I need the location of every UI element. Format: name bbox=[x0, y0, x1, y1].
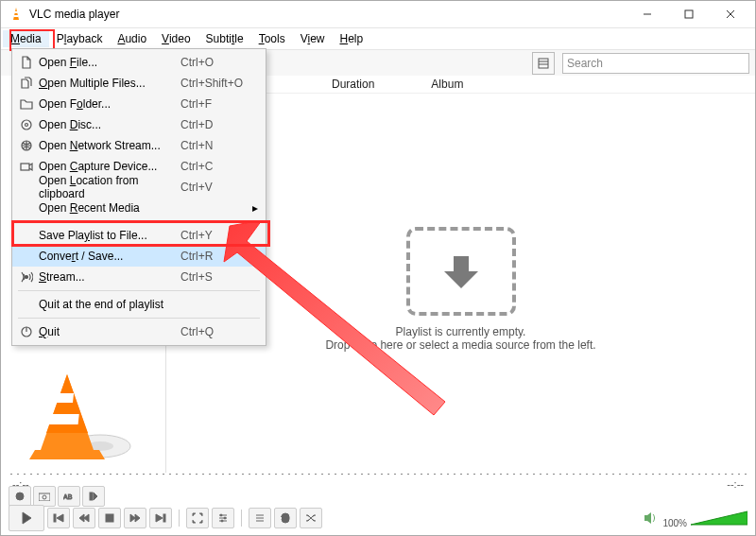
extended-settings-button[interactable] bbox=[212, 508, 234, 528]
menu-item-label: Open Multiple Files... bbox=[35, 77, 180, 90]
svg-marker-33 bbox=[57, 514, 63, 522]
menu-item-label: Open File... bbox=[35, 56, 180, 69]
vlc-logo-icon bbox=[9, 7, 24, 22]
svg-marker-0 bbox=[13, 8, 19, 20]
prev-track-button[interactable] bbox=[47, 508, 70, 528]
play-button[interactable] bbox=[9, 505, 44, 531]
svg-rect-2 bbox=[14, 15, 19, 17]
menu-item-shortcut: Ctrl+S bbox=[180, 270, 258, 284]
file-icon bbox=[18, 56, 35, 69]
menu-separator bbox=[18, 221, 260, 222]
volume-control[interactable]: 100% bbox=[644, 510, 747, 527]
svg-text:AB: AB bbox=[63, 493, 73, 500]
files-icon bbox=[18, 77, 35, 90]
menu-separator bbox=[18, 290, 260, 291]
svg-rect-4 bbox=[685, 10, 693, 18]
media-menu-item-15[interactable]: QuitCtrl+Q bbox=[12, 321, 266, 342]
playlist-toggle-button[interactable] bbox=[249, 508, 271, 528]
rewind-button[interactable] bbox=[73, 508, 95, 528]
search-input[interactable]: Search bbox=[562, 53, 749, 74]
fullscreen-button[interactable] bbox=[186, 508, 209, 528]
menu-help[interactable]: Help bbox=[332, 30, 370, 47]
quit-icon bbox=[18, 325, 35, 338]
close-button[interactable] bbox=[710, 1, 751, 27]
media-menu-item-11[interactable]: Stream...Ctrl+S bbox=[12, 267, 266, 287]
menu-item-label: Quit bbox=[35, 325, 180, 338]
menu-audio[interactable]: Audio bbox=[110, 30, 154, 47]
svg-rect-40 bbox=[163, 514, 165, 522]
network-icon bbox=[18, 139, 35, 152]
minimize-button[interactable] bbox=[627, 1, 668, 27]
svg-point-18 bbox=[26, 124, 28, 127]
menu-item-label: Open Disc... bbox=[35, 118, 180, 131]
menu-item-shortcut: Ctrl+D bbox=[180, 118, 258, 131]
menu-tools[interactable]: Tools bbox=[251, 30, 293, 47]
media-menu-item-2[interactable]: Open Folder...Ctrl+F bbox=[12, 94, 266, 114]
vlc-cone-artwork bbox=[29, 367, 143, 461]
svg-rect-1 bbox=[14, 11, 17, 13]
svg-point-46 bbox=[221, 520, 223, 522]
svg-point-21 bbox=[26, 276, 28, 279]
media-menu-item-1[interactable]: Open Multiple Files...Ctrl+Shift+O bbox=[12, 73, 266, 94]
menu-playback[interactable]: Playback bbox=[49, 30, 111, 47]
svg-marker-16 bbox=[29, 450, 105, 459]
media-menu-item-6[interactable]: Open Location from clipboardCtrl+V bbox=[12, 177, 266, 198]
secondary-controls: AB bbox=[9, 486, 105, 507]
menu-item-shortcut: Ctrl+F bbox=[180, 97, 258, 111]
menu-item-shortcut: Ctrl+C bbox=[180, 160, 258, 173]
disc-icon bbox=[18, 118, 35, 131]
separator bbox=[241, 510, 242, 527]
frame-step-button[interactable] bbox=[82, 486, 105, 507]
menu-item-label: Quit at the end of playlist bbox=[35, 298, 258, 311]
maximize-button[interactable] bbox=[668, 1, 710, 27]
svg-rect-36 bbox=[106, 514, 113, 522]
menu-item-shortcut: Ctrl+Shift+O bbox=[180, 77, 258, 90]
stop-button[interactable] bbox=[98, 508, 121, 528]
svg-point-45 bbox=[224, 517, 226, 519]
svg-rect-14 bbox=[54, 393, 74, 403]
menubar: Media Playback Audio Video Subtitle Tool… bbox=[1, 28, 755, 50]
view-mode-button[interactable] bbox=[532, 52, 555, 75]
svg-rect-26 bbox=[39, 493, 50, 501]
svg-marker-37 bbox=[130, 514, 135, 522]
record-button[interactable] bbox=[9, 486, 31, 507]
column-duration[interactable]: Duration bbox=[332, 78, 374, 91]
fast-forward-button[interactable] bbox=[124, 508, 146, 528]
menu-item-shortcut: Ctrl+V bbox=[180, 181, 258, 194]
svg-marker-31 bbox=[23, 512, 31, 524]
svg-point-17 bbox=[22, 120, 31, 130]
menu-item-label: Open Capture Device... bbox=[35, 160, 180, 173]
window-title: VLC media player bbox=[29, 8, 627, 21]
menu-media[interactable]: Media bbox=[3, 30, 49, 47]
column-album[interactable]: Album bbox=[431, 78, 463, 91]
media-menu-item-7[interactable]: Open Recent Media▸ bbox=[12, 198, 266, 218]
next-track-button[interactable] bbox=[149, 508, 172, 528]
media-menu-item-0[interactable]: Open File...Ctrl+O bbox=[12, 52, 266, 73]
menu-video[interactable]: Video bbox=[154, 30, 198, 47]
menu-item-label: Save Playlist to File... bbox=[35, 229, 180, 242]
submenu-arrow-icon: ▸ bbox=[252, 201, 258, 215]
shuffle-button[interactable] bbox=[300, 508, 322, 528]
volume-triangle[interactable] bbox=[691, 510, 747, 527]
menu-item-shortcut: Ctrl+R bbox=[180, 250, 258, 263]
loop-ab-button[interactable]: AB bbox=[58, 486, 80, 507]
media-menu-item-13[interactable]: Quit at the end of playlist bbox=[12, 294, 266, 315]
svg-marker-52 bbox=[691, 511, 747, 525]
snapshot-button[interactable] bbox=[33, 486, 56, 507]
drop-target-icon[interactable] bbox=[406, 227, 516, 316]
loop-button[interactable] bbox=[274, 508, 297, 528]
svg-point-25 bbox=[16, 493, 24, 500]
menu-view[interactable]: View bbox=[293, 30, 333, 47]
menu-subtitle[interactable]: Subtitle bbox=[198, 30, 251, 47]
seek-bar[interactable] bbox=[9, 475, 747, 480]
menu-item-shortcut: Ctrl+N bbox=[180, 139, 258, 152]
volume-percent: 100% bbox=[662, 518, 687, 528]
media-menu-item-9[interactable]: Save Playlist to File...Ctrl+Y bbox=[12, 225, 266, 246]
menu-item-label: Stream... bbox=[35, 270, 180, 284]
media-menu-item-3[interactable]: Open Disc...Ctrl+D bbox=[12, 114, 266, 135]
menu-item-shortcut: Ctrl+O bbox=[180, 56, 258, 69]
svg-rect-29 bbox=[90, 493, 93, 500]
media-menu-item-10[interactable]: Convert / Save...Ctrl+R bbox=[12, 246, 266, 267]
media-menu-dropdown[interactable]: Open File...Ctrl+OOpen Multiple Files...… bbox=[11, 48, 266, 346]
media-menu-item-4[interactable]: Open Network Stream...Ctrl+N bbox=[12, 135, 266, 156]
